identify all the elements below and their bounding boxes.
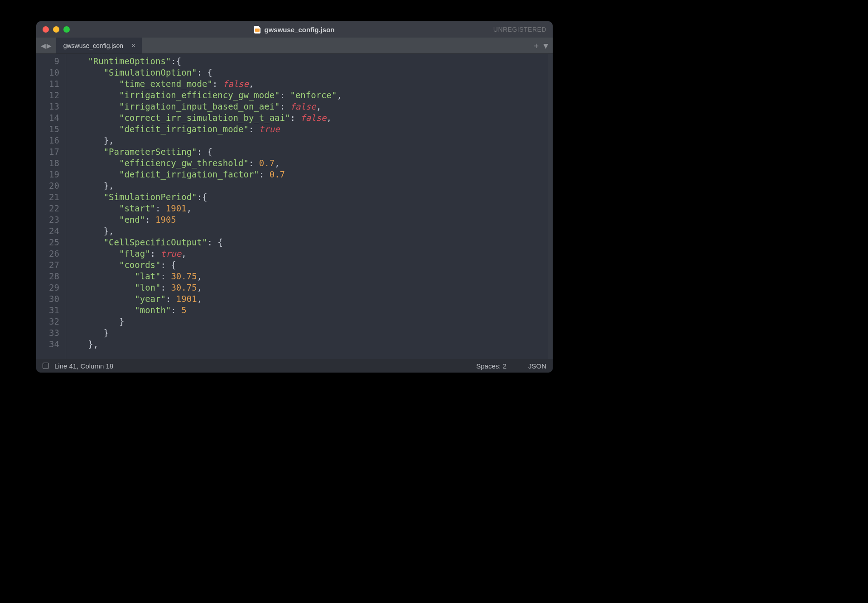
code-line: "year": 1901, [72, 293, 553, 305]
line-number: 11 [36, 78, 66, 90]
editor-area: 9101112131415161718192021222324252627282… [36, 54, 553, 359]
line-gutter: 9101112131415161718192021222324252627282… [36, 54, 66, 359]
tabbar-right-controls: + ▼ [534, 38, 548, 53]
code-line: } [72, 316, 553, 327]
tab-label: gwswuse_config.json [63, 42, 123, 49]
line-number: 19 [36, 169, 66, 180]
unregistered-label: UNREGISTERED [493, 26, 546, 33]
line-number: 15 [36, 124, 66, 135]
code-line: "deficit_irrigation_mode": true [72, 124, 553, 135]
line-number: 31 [36, 305, 66, 316]
line-number: 10 [36, 67, 66, 78]
titlebar: gwswuse_config.json UNREGISTERED [36, 21, 553, 38]
new-tab-icon[interactable]: + [534, 41, 539, 50]
minimap[interactable] [548, 54, 553, 359]
editor-window: gwswuse_config.json UNREGISTERED ◀▶ gwsw… [36, 21, 553, 373]
window-title-text: gwswuse_config.json [264, 26, 334, 34]
line-number: 21 [36, 191, 66, 203]
line-number: 20 [36, 180, 66, 191]
line-number: 16 [36, 135, 66, 146]
code-line: "flag": true, [72, 248, 553, 259]
code-line: "deficit_irrigation_factor": 0.7 [72, 169, 553, 180]
line-number: 9 [36, 56, 66, 67]
code-line: "irrigation_efficiency_gw_mode": "enforc… [72, 90, 553, 101]
nav-forward-icon[interactable]: ▶ [47, 41, 52, 50]
line-number: 33 [36, 327, 66, 339]
code-line: }, [72, 180, 553, 191]
line-number: 30 [36, 293, 66, 305]
line-number: 29 [36, 282, 66, 293]
line-number: 12 [36, 90, 66, 101]
zoom-window-button[interactable] [63, 26, 70, 33]
code-line: "time_extend_mode": false, [72, 78, 553, 90]
code-line: "RuntimeOptions":{ [72, 56, 553, 67]
code-line: }, [72, 225, 553, 237]
code-line: "CellSpecificOutput": { [72, 237, 553, 248]
tab-menu-icon[interactable]: ▼ [543, 41, 548, 50]
code-line: "ParameterSetting": { [72, 146, 553, 158]
line-number: 24 [36, 225, 66, 237]
code-line: "irrigation_input_based_on_aei": false, [72, 101, 553, 112]
code-line: "correct_irr_simulation_by_t_aai": false… [72, 112, 553, 124]
code-line: "SimulationOption": { [72, 67, 553, 78]
line-number: 18 [36, 158, 66, 169]
code-content[interactable]: "RuntimeOptions":{ "SimulationOption": {… [66, 54, 553, 359]
code-line: }, [72, 339, 553, 350]
minimize-window-button[interactable] [53, 26, 59, 33]
code-line: "lat": 30.75, [72, 271, 553, 282]
code-line: "start": 1901, [72, 203, 553, 214]
line-number: 22 [36, 203, 66, 214]
line-number: 13 [36, 101, 66, 112]
line-number: 26 [36, 248, 66, 259]
close-window-button[interactable] [43, 26, 49, 33]
cursor-position[interactable]: Line 41, Column 18 [54, 362, 113, 370]
code-line: }, [72, 135, 553, 146]
code-line: "lon": 30.75, [72, 282, 553, 293]
file-icon [254, 26, 260, 34]
line-number: 34 [36, 339, 66, 350]
tab-close-icon[interactable]: × [131, 42, 135, 50]
line-number: 27 [36, 259, 66, 271]
nav-arrows: ◀▶ [36, 38, 56, 53]
code-line: "coords": { [72, 259, 553, 271]
line-number: 23 [36, 214, 66, 225]
line-number: 25 [36, 237, 66, 248]
line-number: 17 [36, 146, 66, 158]
code-line: } [72, 327, 553, 339]
status-panel-toggle[interactable] [43, 363, 49, 369]
nav-back-icon[interactable]: ◀ [41, 41, 46, 50]
indent-setting[interactable]: Spaces: 2 [476, 362, 506, 370]
code-line: "month": 5 [72, 305, 553, 316]
line-number: 32 [36, 316, 66, 327]
line-number: 14 [36, 112, 66, 124]
traffic-lights [36, 26, 70, 33]
code-line: "efficiency_gw_threshold": 0.7, [72, 158, 553, 169]
code-line: "end": 1905 [72, 214, 553, 225]
status-bar: Line 41, Column 18 Spaces: 2 JSON [36, 359, 553, 373]
window-title: gwswuse_config.json [36, 26, 553, 34]
tab-active[interactable]: gwswuse_config.json × [56, 38, 143, 53]
syntax-mode[interactable]: JSON [528, 362, 546, 370]
code-line: "SimulationPeriod":{ [72, 191, 553, 203]
tab-bar: ◀▶ gwswuse_config.json × + ▼ [36, 38, 553, 54]
line-number: 28 [36, 271, 66, 282]
